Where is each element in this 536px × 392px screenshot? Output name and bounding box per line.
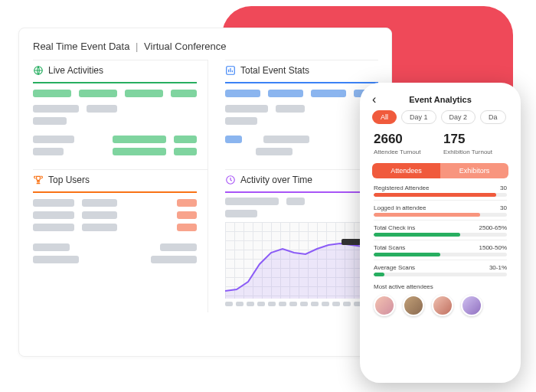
metric-name: Registered Attendee [374,185,430,191]
metric-row: Total Check ins2500-65% [374,224,507,240]
stat-value: 175 [443,132,507,147]
stat-value: 2660 [374,132,437,147]
activity-chart [225,222,378,299]
back-icon[interactable]: ‹ [372,93,376,106]
metric-row: Total Scans1500-50% [374,244,507,260]
day-tabs: All Day 1 Day 2 Da [364,109,516,130]
metric-value: 1500-50% [479,244,507,251]
tab-all[interactable]: All [372,110,397,124]
trophy-icon [33,175,44,185]
metric-name: Total Scans [374,244,405,251]
avatar[interactable] [403,295,424,316]
metric-row: Registered Attendee30 [374,185,507,201]
metric-bar [374,193,507,197]
metric-value: 30-1% [489,264,507,271]
stat-exhibition: 175 Exhibition Turnout [443,132,507,155]
bar-chart-icon [225,65,236,76]
metric-bar [374,233,507,237]
metric-row: Logged in attendee30 [374,204,507,220]
avatar-row [364,290,516,322]
dashboard-title: Real Time Event Data | Virtual Conferenc… [33,41,377,52]
avatar[interactable] [374,295,395,316]
panel-label: Total Event Stats [240,65,309,76]
metric-bar [374,273,507,276]
segment-attendees[interactable]: Attendees [372,163,440,178]
stat-label: Attendee Turnout [374,149,437,155]
title-separator: | [136,41,138,52]
chart-x-ticks [225,302,378,306]
metric-bar [374,253,507,256]
phone-title: Event Analytics [409,95,472,104]
title-left: Real Time Event Data [33,41,129,52]
most-active-label: Most active attendees [364,282,516,290]
stat-label: Exhibition Turnout [443,149,507,155]
metric-row: Average Scans30-1% [374,264,507,276]
panel-live-activities: Live Activities [33,60,208,169]
tab-day2[interactable]: Day 2 [441,110,476,124]
stat-attendee: 2660 Attendee Turnout [374,132,437,155]
avatar[interactable] [432,295,453,316]
tab-day3[interactable]: Da [480,110,506,124]
panel-label: Top Users [48,175,90,185]
mobile-analytics-card: ‹ Event Analytics All Day 1 Day 2 Da 266… [360,83,521,383]
metric-value: 2500-65% [479,224,507,231]
tab-day1[interactable]: Day 1 [401,110,436,124]
avatar[interactable] [461,295,482,316]
metric-value: 30 [500,204,507,211]
dashboard-card: Real Time Event Data | Virtual Conferenc… [18,28,392,357]
metric-value: 30 [500,185,507,191]
metric-bar [374,213,507,217]
globe-icon [33,65,44,76]
panel-label: Live Activities [48,65,103,76]
panel-activity-over-time: Activity over Time [225,169,378,312]
clock-icon [225,175,236,185]
panel-total-event-stats: Total Event Stats [225,60,378,169]
panel-top-users: Top Users [33,169,208,312]
metrics-list: Registered Attendee30 Logged in attendee… [364,183,516,282]
metric-name: Average Scans [374,264,415,271]
metric-name: Logged in attendee [374,204,427,211]
segment-exhibitors[interactable]: Exhibitors [440,163,508,178]
metric-name: Total Check ins [374,224,415,231]
title-right: Virtual Conference [144,41,226,52]
segment-bar[interactable]: Attendees Exhibitors [372,163,508,178]
panel-label: Activity over Time [240,175,312,185]
